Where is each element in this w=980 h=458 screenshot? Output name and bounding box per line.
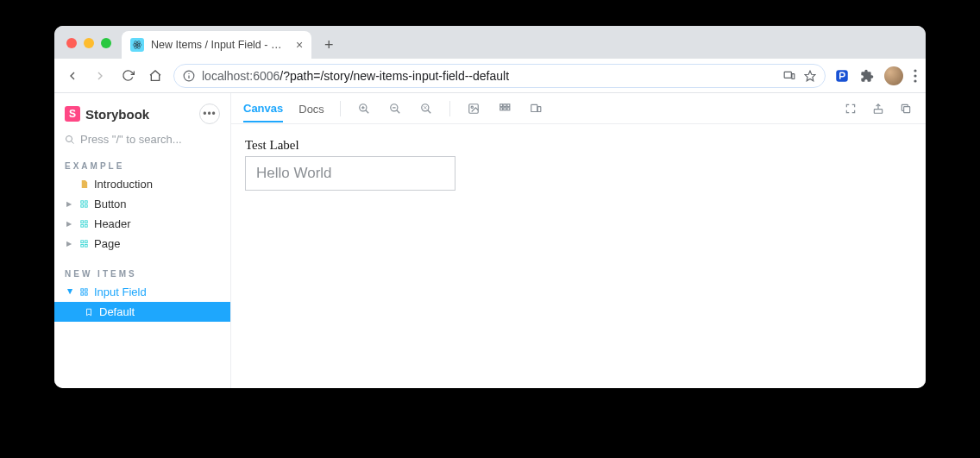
extensions-icon[interactable]: [860, 69, 874, 83]
home-button[interactable]: [146, 66, 165, 85]
svg-rect-50: [537, 106, 541, 111]
tab-canvas[interactable]: Canvas: [243, 94, 283, 122]
toolbar: Canvas Docs: [231, 93, 926, 124]
main-panel: Canvas Docs Test Label: [231, 93, 926, 388]
story-input[interactable]: [245, 156, 455, 191]
extension-icon-1[interactable]: [834, 68, 850, 84]
forward-button[interactable]: [91, 66, 110, 85]
sidebar-item-input-field[interactable]: ▶ Input Field: [54, 282, 230, 302]
nav-label: Introduction: [94, 178, 153, 191]
address-bar[interactable]: localhost:6006/?path=/story/new-items-in…: [173, 64, 826, 88]
close-icon[interactable]: ×: [296, 38, 303, 52]
svg-line-33: [366, 110, 369, 113]
back-button[interactable]: [63, 66, 82, 85]
copy-link-icon[interactable]: [898, 101, 914, 116]
svg-rect-46: [500, 107, 503, 110]
site-info-icon[interactable]: [183, 70, 195, 82]
window-minimize[interactable]: [84, 38, 94, 48]
svg-line-37: [397, 110, 400, 113]
grid-icon[interactable]: [497, 101, 512, 116]
sidebar-item-page[interactable]: ▶ Page: [54, 234, 230, 254]
kebab-menu-icon[interactable]: [914, 69, 917, 83]
story-label: Test Label: [245, 138, 912, 153]
separator: [449, 101, 450, 116]
background-icon[interactable]: [466, 101, 481, 116]
caret-icon: ▶: [66, 200, 73, 208]
svg-rect-23: [85, 224, 87, 227]
profile-avatar[interactable]: [884, 66, 903, 85]
reload-button[interactable]: [118, 66, 137, 85]
window-zoom[interactable]: [101, 38, 111, 48]
svg-rect-28: [80, 289, 83, 292]
tab-title: New Items / Input Field - Defau: [151, 39, 289, 51]
svg-marker-9: [805, 71, 815, 81]
svg-rect-31: [85, 292, 87, 295]
url-host: localhost: [202, 69, 249, 83]
svg-rect-43: [500, 104, 503, 106]
caret-icon: ▶: [66, 289, 74, 296]
canvas: Test Label: [231, 124, 926, 388]
caret-icon: ▶: [66, 220, 73, 228]
urlbar: localhost:6006/?path=/story/new-items-in…: [54, 59, 926, 93]
url-path: /?path=/story/new-items-input-field--def…: [280, 69, 509, 83]
window-controls: [61, 38, 116, 59]
svg-rect-20: [80, 221, 83, 223]
caret-icon: ▶: [66, 240, 73, 248]
react-icon: [130, 38, 144, 52]
svg-point-0: [136, 44, 138, 46]
svg-rect-27: [85, 244, 87, 247]
search-placeholder: Press "/" to search...: [80, 133, 182, 146]
svg-point-14: [66, 135, 72, 141]
section-title-example: EXAMPLE: [54, 154, 230, 174]
toolbar-right: [843, 101, 914, 116]
bookmark-icon: [84, 307, 94, 317]
sidebar-search[interactable]: Press "/" to search...: [65, 133, 220, 146]
svg-rect-29: [85, 289, 87, 292]
storybook-logo-badge: S: [65, 106, 80, 122]
svg-rect-30: [80, 292, 83, 295]
fullscreen-icon[interactable]: [843, 101, 858, 116]
search-icon: [65, 135, 75, 145]
svg-rect-47: [504, 107, 506, 110]
svg-line-40: [428, 110, 431, 113]
browser-actions: [834, 66, 917, 85]
document-icon: [79, 179, 89, 190]
viewport-icon[interactable]: [528, 101, 543, 116]
url-port: :6006: [249, 69, 280, 83]
svg-point-12: [914, 74, 916, 77]
zoom-reset-icon[interactable]: [418, 101, 434, 116]
logo-text: Storybook: [85, 107, 149, 122]
component-icon: [79, 239, 89, 249]
device-icon[interactable]: [783, 70, 795, 82]
sidebar-item-header[interactable]: ▶ Header: [54, 214, 230, 234]
sidebar-item-introduction[interactable]: Introduction: [54, 174, 230, 194]
sidebar: S Storybook ••• Press "/" to search... E…: [54, 93, 231, 388]
svg-rect-25: [85, 241, 87, 243]
sidebar-item-button[interactable]: ▶ Button: [54, 194, 230, 214]
storybook-app: S Storybook ••• Press "/" to search... E…: [54, 93, 926, 388]
svg-point-42: [471, 106, 473, 108]
sidebar-header: S Storybook •••: [54, 93, 230, 133]
svg-rect-52: [904, 106, 910, 112]
url-text: localhost:6006/?path=/story/new-items-in…: [202, 69, 509, 83]
open-isolated-icon[interactable]: [870, 101, 886, 116]
svg-rect-22: [80, 224, 83, 227]
zoom-out-icon[interactable]: [387, 101, 403, 116]
new-tab-button[interactable]: +: [317, 33, 341, 57]
storybook-logo[interactable]: S Storybook: [65, 106, 149, 122]
svg-rect-21: [85, 221, 87, 223]
sidebar-item-default[interactable]: Default: [54, 302, 230, 322]
browser-tab[interactable]: New Items / Input Field - Defau ×: [122, 31, 311, 59]
separator: [340, 101, 341, 116]
svg-rect-26: [80, 244, 83, 247]
tabbar: New Items / Input Field - Defau × +: [54, 26, 926, 59]
bookmark-icon[interactable]: [804, 70, 816, 82]
sidebar-menu-button[interactable]: •••: [199, 104, 220, 124]
window-close[interactable]: [66, 38, 77, 48]
addr-right: [783, 70, 816, 82]
tab-docs[interactable]: Docs: [298, 95, 324, 122]
section-title-new-items: NEW ITEMS: [54, 262, 230, 282]
svg-rect-17: [85, 201, 87, 204]
zoom-in-icon[interactable]: [356, 101, 372, 116]
nav-label: Input Field: [94, 285, 147, 298]
